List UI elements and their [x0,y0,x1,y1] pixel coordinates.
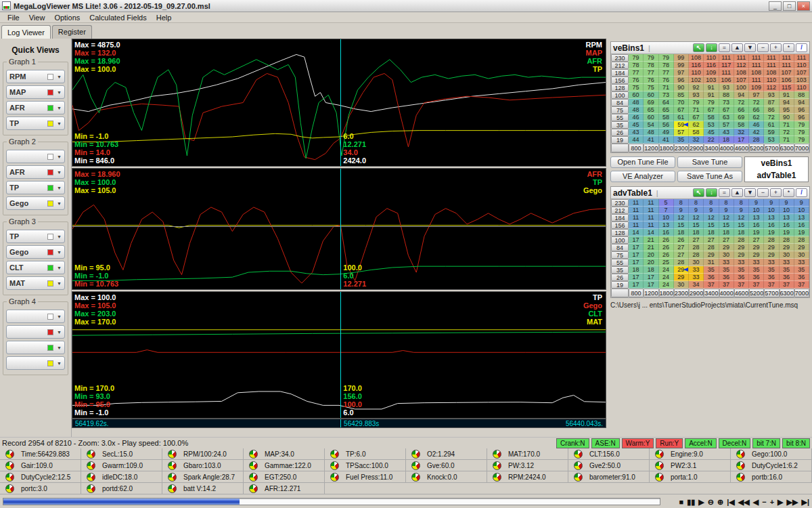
table-cell[interactable]: 111 [719,54,734,62]
table-cell[interactable]: 48 [629,106,644,114]
log-progress-bar[interactable] [3,498,660,505]
table-cell[interactable]: 33 [794,259,809,266]
step-back-button[interactable]: ◀ [753,497,759,507]
row-header[interactable]: 26 [611,274,629,281]
table-cell[interactable]: 75 [629,84,644,91]
table-cell[interactable]: 19 [794,229,809,236]
table-cell[interactable]: 35 [734,266,749,274]
table-cell[interactable]: 92 [689,84,704,91]
column-header[interactable]: 3400 [704,289,719,297]
play-button[interactable]: ▶ [698,497,704,507]
table-cell[interactable]: 72 [764,114,779,121]
row-header[interactable]: 55 [611,259,629,266]
table-cell[interactable]: 96 [674,77,689,84]
table-cell[interactable]: 37 [780,281,794,289]
skip-start-button[interactable]: |◀ [727,497,735,507]
table-cell[interactable]: 11 [644,199,658,207]
table-cell[interactable]: 14 [644,229,658,236]
table-cell[interactable]: 18 [719,136,734,144]
pause-button[interactable]: ▮▮ [687,497,695,507]
table-cell[interactable]: 16 [749,221,764,229]
skip-end-button[interactable]: ▶| [801,497,809,507]
table-cell[interactable]: 96 [794,114,809,121]
column-header[interactable]: 4600 [734,144,749,152]
table-cell[interactable]: 11 [629,207,644,214]
row-header[interactable]: 19 [611,281,629,289]
zoom-in-button[interactable]: ⊕ [717,497,723,507]
table-cell[interactable]: 108 [689,54,704,62]
table-cell[interactable]: 29 [780,244,794,251]
column-header[interactable]: 800 [629,144,644,152]
table-cell[interactable]: 18 [644,266,658,274]
graph-series-selector[interactable]: ▼ [6,325,65,339]
table-cell[interactable]: 71 [689,106,704,114]
timeline-strip[interactable]: 56419.62s.56429.883s56440.043s. [72,419,606,428]
table-cell[interactable]: 8 [734,199,749,207]
table-cell[interactable]: 9 [689,207,704,214]
table-cell[interactable]: 37 [749,281,764,289]
table-cell[interactable]: 9 [704,207,719,214]
row-header[interactable]: 212 [611,207,629,214]
table-cell[interactable]: 16 [659,229,674,236]
table-cell[interactable]: 96 [794,106,809,114]
column-header[interactable]: 2900 [689,144,704,152]
step-forward-button[interactable]: ▶ [777,497,783,507]
log-chart-region[interactable]: Max = 4875.0Max = 132.0Max = 18.960Max =… [72,39,606,428]
rewind-button[interactable]: ◀◀ [738,497,750,507]
table-cell[interactable]: 33 [764,259,779,266]
table-cell[interactable]: 9 [794,199,809,207]
table-cell[interactable]: 93 [689,91,704,99]
graph-series-selector[interactable]: MAP▼ [6,85,65,99]
table-cell[interactable]: 53 [764,136,779,144]
table-cell[interactable]: 16 [764,221,779,229]
graph-series-selector[interactable]: CLT▼ [6,261,65,274]
table-cell[interactable]: 91 [704,84,719,91]
table-cell[interactable]: 31 [704,259,719,266]
row-header[interactable]: 128 [611,229,629,236]
table-cell[interactable]: 25 [659,259,674,266]
table-cell[interactable]: 30 [674,281,689,289]
table-cell[interactable]: 20 [644,259,658,266]
table-cell[interactable]: 17 [734,136,749,144]
table-cell[interactable]: 109 [704,69,719,77]
table-cell[interactable]: 17 [629,244,644,251]
table-cell[interactable]: 37 [764,281,779,289]
table-cell[interactable]: 85 [674,91,689,99]
table-cell[interactable]: 19 [780,229,794,236]
table-cell[interactable]: 112 [764,84,779,91]
table-cell[interactable]: 106 [780,77,794,84]
table-cell[interactable]: 37 [794,281,809,289]
table-cell[interactable]: 33 [749,259,764,266]
table-cell[interactable]: 117 [719,62,734,69]
table-cell[interactable]: 29 [734,251,749,259]
table-cell[interactable]: 111 [780,54,794,62]
table-cell[interactable]: 72 [749,99,764,106]
row-header[interactable]: 84 [611,99,629,106]
table-cell[interactable]: 10 [749,207,764,214]
table-cell[interactable]: 36 [780,274,794,281]
table-cell[interactable]: 73 [719,99,734,106]
table-cell[interactable]: 45 [704,129,719,136]
open-tune-file-button[interactable]: Open Tune File [610,156,675,168]
table-cell[interactable]: 94 [794,99,809,106]
table-cell[interactable]: 16 [780,221,794,229]
table-cell[interactable]: 9 [734,207,749,214]
table-cell[interactable]: 107 [734,77,749,84]
table-cell[interactable]: 37 [719,281,734,289]
table-cell[interactable]: 29 [719,244,734,251]
chart-2[interactable]: Max = 18.960Max = 100.0Max = 105.0Min = … [72,168,606,290]
table-cell[interactable]: 35 [794,266,809,274]
row-header[interactable]: 156 [611,221,629,229]
table-cell[interactable]: 5 [659,199,674,207]
table-cell[interactable]: 9 [780,199,794,207]
table-cell[interactable]: 13 [794,214,809,221]
column-header[interactable]: 2300 [674,289,689,297]
table-cell[interactable]: 41 [644,136,658,144]
graph-series-selector[interactable]: TP▼ [6,230,65,243]
table-cell[interactable]: 79 [794,129,809,136]
table-cell[interactable]: 28 [674,259,689,266]
table-cell[interactable]: 107 [780,69,794,77]
column-header[interactable]: 1200 [644,289,658,297]
table-cell[interactable]: 108 [764,69,779,77]
table-cell[interactable]: 17 [629,259,644,266]
